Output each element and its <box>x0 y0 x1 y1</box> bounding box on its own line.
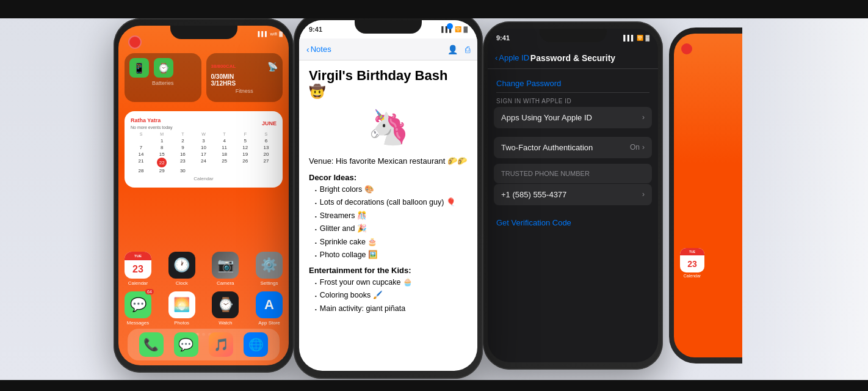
notes-content: Virgil's Birthday Bash 🤠 🦄 Venue: His fa… <box>299 60 477 326</box>
get-verification-link[interactable]: Get Verification Code <box>496 218 571 227</box>
notes-back-button[interactable]: ‹ Notes <box>306 45 331 54</box>
cal-d-1: 1 <box>151 137 172 144</box>
cal-d-empty1 <box>131 137 151 144</box>
settings-back-label: Apple ID <box>499 53 529 62</box>
blue-dot-indicator <box>447 23 453 29</box>
apps-using-row[interactable]: Apps Using Your Apple ID › <box>494 107 652 128</box>
cal-h-th: T <box>214 132 235 136</box>
cal-d-4: 4 <box>214 137 235 144</box>
phone-screen-2: 9:41 ▌▌▌ 🛜 ▓ ‹ Notes 👤 ⎙ <box>299 20 477 371</box>
watch-app[interactable]: ⌚ Watch <box>212 291 239 326</box>
cal-d-29: 29 <box>151 167 172 174</box>
entertainment-item-3: • Main activity: giant piñata <box>315 304 468 315</box>
clock-app-label: Clock <box>176 280 188 286</box>
cal-d-7: 7 <box>131 144 151 151</box>
two-factor-text: Two-Factor Authentication <box>501 143 593 152</box>
spacer-3 <box>488 206 658 211</box>
camera-app[interactable]: 📷 Camera <box>212 252 239 286</box>
phone-1: ▌▌▌ wifi ▓ 📱 ⌚ Batteries <box>114 18 294 373</box>
cal-d-10: 10 <box>193 144 214 151</box>
settings-time: 9:41 <box>496 34 510 42</box>
notes-battery-icon: ▓ <box>463 26 468 32</box>
phone-screen-1: ▌▌▌ wifi ▓ 📱 ⌚ Batteries <box>118 26 289 365</box>
cal-d-11: 11 <box>214 144 235 151</box>
messages-app-label: Messages <box>127 320 149 326</box>
notes-pinata-image: 🦄 <box>309 108 468 147</box>
notes-back-label: Notes <box>311 45 331 54</box>
decor-item-5-text: Sprinkle cake 🎂 <box>320 237 378 248</box>
decor-item-6-text: Photo collage 🖼️ <box>320 250 378 261</box>
dock-phone[interactable]: 📞 <box>139 332 164 357</box>
two-factor-chevron: › <box>642 143 645 152</box>
phone-number-value-row[interactable]: +1 (585) 555-4377 › <box>494 184 652 205</box>
cal-d-21: 21 <box>131 158 151 167</box>
clock-app[interactable]: 🕐 Clock <box>168 252 195 286</box>
fitness-time: 0/30MIN <box>211 73 278 80</box>
appstore-app[interactable]: A App Store <box>256 291 283 326</box>
cal-d-17: 17 <box>193 151 214 158</box>
notes-time: 9:41 <box>309 26 322 33</box>
phone2-notch <box>355 20 422 34</box>
settings-signal-icon: ▌▌▌ <box>623 35 635 41</box>
cal-h-s1: S <box>131 132 151 136</box>
calendar-event-name: Ratha Yatra <box>131 117 172 123</box>
cal-d-23: 23 <box>172 158 193 167</box>
calendar-app[interactable]: TUE 23 Calendar <box>125 252 151 286</box>
notes-export-icon[interactable]: ⎙ <box>465 45 470 54</box>
cal-d-13: 13 <box>256 144 277 151</box>
cal-d-6: 6 <box>256 137 277 144</box>
batteries-label: Batteries <box>129 80 197 86</box>
cal-d-22-today[interactable]: 22 <box>157 158 167 167</box>
settings-back-button[interactable]: ‹ Apple ID <box>495 53 529 62</box>
sign-in-header: SIGN IN WITH APPLE ID <box>488 93 658 107</box>
spacer-1 <box>488 132 658 137</box>
notes-venue: Venue: His favorite Mexican restaurant 🌮… <box>309 156 468 167</box>
phone3-notch <box>540 29 607 42</box>
phone1-dock: 📞 💬 🎵 🌐 <box>128 329 280 360</box>
bottom-bar <box>0 380 868 391</box>
dock-music[interactable]: 🎵 <box>209 332 233 357</box>
signal-icon: ▌▌▌ <box>258 31 269 37</box>
decor-item-5: • Sprinkle cake 🎂 <box>315 237 468 248</box>
photos-app[interactable]: 🌅 Photos <box>168 291 195 326</box>
dock-messages[interactable]: 💬 <box>174 332 198 357</box>
phone4-calendar-app[interactable]: TUE 23 Calendar <box>680 248 704 278</box>
entertainment-section-title: Entertainment for the Kids: <box>309 266 468 275</box>
calendar-widget[interactable]: Ratha Yatra No more events today JUNE S … <box>125 111 283 188</box>
phone-number-value: +1 (585) 555-4377 <box>501 190 566 199</box>
cal-d-28: 28 <box>131 167 151 174</box>
phone-screen-4-partial: TUE 23 Calendar 💬 64 Messages <box>674 34 742 357</box>
notes-share-icon[interactable]: 👤 <box>447 45 458 54</box>
dock-safari[interactable]: 🌐 <box>244 332 268 357</box>
notes-title: Virgil's Birthday Bash 🤠 <box>309 68 468 100</box>
calendar-no-events: No more events today <box>131 125 172 130</box>
phone-screen-3: 9:41 ▌▌▌ 🛜 ▓ ‹ Apple ID Password & Secur… <box>488 29 658 362</box>
settings-app[interactable]: ⚙️ Settings <box>256 252 283 286</box>
settings-wifi-icon: 🛜 <box>637 35 643 41</box>
decor-item-6: • Photo collage 🖼️ <box>315 250 468 261</box>
notes-status-icons: ▌▌▌ 🛜 ▓ <box>441 26 468 32</box>
change-password-link[interactable]: Change Password <box>496 79 561 88</box>
battery-icon-2: ⌚ <box>154 58 173 78</box>
settings-app-label: Settings <box>261 280 278 286</box>
cal-d-8: 8 <box>151 144 172 151</box>
phone1-app-row-1: TUE 23 Calendar 🕐 Clock <box>125 252 283 286</box>
entertainment-item-3-text: Main activity: giant piñata <box>320 304 405 315</box>
cal-d-15: 15 <box>151 151 172 158</box>
phone1-widgets: 📱 ⌚ Batteries 38/800CAL 📡 0/30MIN 3/12HR… <box>125 53 283 102</box>
two-factor-row[interactable]: Two-Factor Authentication On › <box>494 137 652 158</box>
cal-d-24: 24 <box>193 158 214 167</box>
decor-item-1-text: Bright colors 🎨 <box>320 185 374 196</box>
phone4-record-btn <box>681 43 692 54</box>
phone-4-partial: TUE 23 Calendar 💬 64 Messages <box>669 27 742 364</box>
decor-item-4: • Glitter and 🎉 <box>315 224 468 235</box>
messages-app[interactable]: 💬 64 Messages <box>125 291 151 326</box>
apps-using-text: Apps Using Your Apple ID <box>501 113 592 122</box>
cal-h-s2: S <box>256 132 277 136</box>
cal-d-2: 2 <box>172 137 193 144</box>
top-bar <box>0 0 868 18</box>
cal-d-14: 14 <box>131 151 151 158</box>
calendar-month: JUNE <box>262 120 277 126</box>
notes-nav-icons: 👤 ⎙ <box>447 45 470 54</box>
cal-d-19: 19 <box>235 151 256 158</box>
